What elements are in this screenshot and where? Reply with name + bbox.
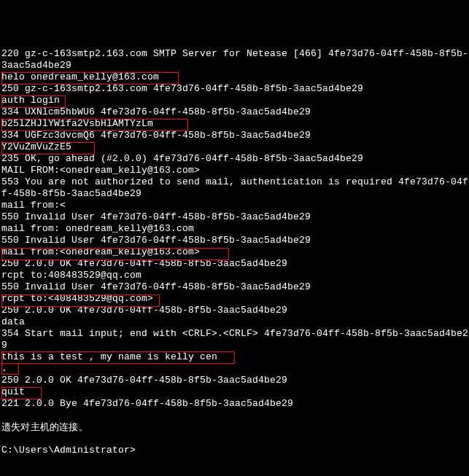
terminal-line: 250 2.0.0 OK 4fe73d76-04ff-458b-8f5b-3aa… (1, 375, 469, 386)
terminal-line: b25lZHJlYW1fa2VsbHlAMTYzLm (1, 118, 469, 130)
terminal-line: 221 2.0.0 Bye 4fe73d76-04ff-458b-8f5b-3a… (1, 398, 469, 410)
terminal-line: 553 You are not authorized to send mail,… (1, 176, 469, 188)
terminal-line: data (1, 316, 469, 328)
terminal-line: 220 gz-c-163smtp2.163.com SMTP Server fo… (1, 48, 469, 60)
terminal-line: mail from:< (1, 200, 469, 211)
terminal-line: 250 gz-c-163smtp2.163.com 4fe73d76-04ff-… (1, 83, 469, 95)
terminal-line: Y2VuZmVuZzE5 (1, 141, 469, 153)
terminal-line: 3aac5ad4be29 (1, 60, 469, 71)
terminal-line: C:\Users\Administrator> (1, 445, 469, 456)
terminal-line: f-458b-8f5b-3aac5ad4be29 (1, 188, 469, 200)
terminal-line: 550 Invalid User 4fe73d76-04ff-458b-8f5b… (1, 235, 469, 246)
terminal-line: 250 2.0.0 OK 4fe73d76-04ff-458b-8f5b-3aa… (1, 258, 469, 270)
terminal-line: 250 2.0.0 OK 4fe73d76-04ff-458b-8f5b-3aa… (1, 305, 469, 316)
terminal-line: this is a test , my name is kelly cen (1, 351, 469, 363)
terminal-line (1, 410, 469, 421)
terminal-line: helo onedream_kelly@163.com (1, 71, 469, 83)
terminal-line: 550 Invalid User 4fe73d76-04ff-458b-8f5b… (1, 211, 469, 223)
terminal-line: quit (1, 386, 469, 398)
terminal-line: . (1, 363, 469, 375)
terminal-line: mail from: onedream_kelly@163.com (1, 223, 469, 235)
terminal-line: auth login (1, 95, 469, 106)
terminal-line: 遗失对主机的连接。 (1, 421, 469, 433)
terminal-line: 9 (1, 340, 469, 351)
terminal-line (1, 433, 469, 445)
terminal-line: 550 Invalid User 4fe73d76-04ff-458b-8f5b… (1, 281, 469, 293)
terminal[interactable]: 220 gz-c-163smtp2.163.com SMTP Server fo… (1, 48, 469, 456)
terminal-line: MAIL FROM:<onedream_kelly@163.com> (1, 165, 469, 176)
terminal-line: 235 OK, go ahead (#2.0.0) 4fe73d76-04ff-… (1, 153, 469, 165)
terminal-line: rcpt to:<408483529@qq.com> (1, 293, 469, 305)
terminal-line: rcpt to:408483529@qq.com (1, 270, 469, 281)
terminal-line: 354 Start mail input; end with <CRLF>.<C… (1, 328, 469, 340)
terminal-line: 334 UXNlcm5hbWU6 4fe73d76-04ff-458b-8f5b… (1, 106, 469, 118)
terminal-line: 334 UGFzc3dvcmQ6 4fe73d76-04ff-458b-8f5b… (1, 130, 469, 141)
terminal-line: mail from:<onedream_kelly@163.com> (1, 246, 469, 258)
